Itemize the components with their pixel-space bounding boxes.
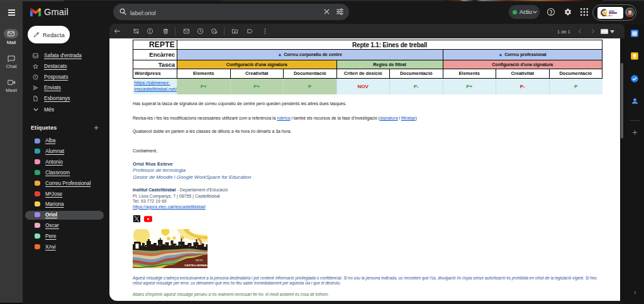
svg-text:CASTELLBISBAL: CASTELLBISBAL xyxy=(184,264,208,267)
svg-text:31: 31 xyxy=(633,31,636,35)
svg-text:INSTITUT: INSTITUT xyxy=(196,259,203,262)
